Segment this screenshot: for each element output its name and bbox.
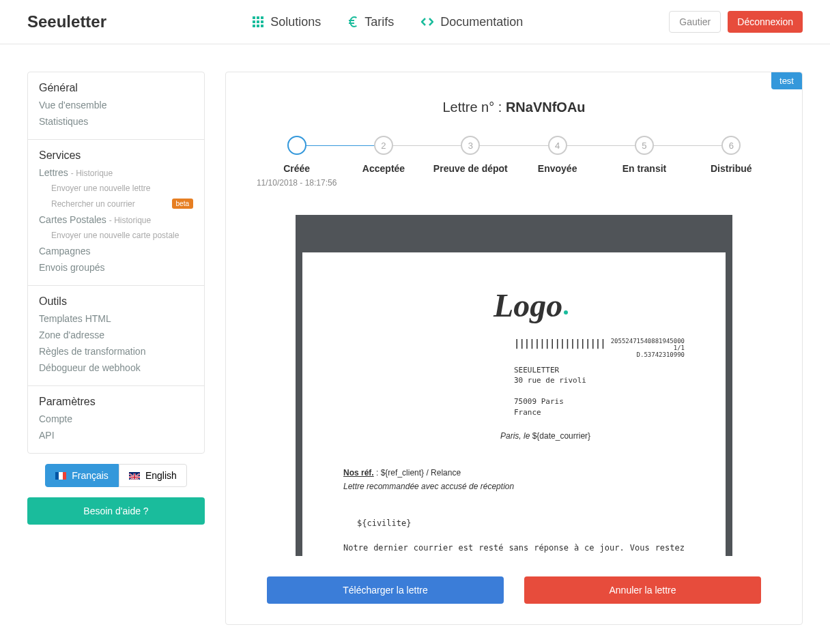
nav-documentation[interactable]: Documentation <box>421 15 523 29</box>
sidebar-link-send-postcard-label: Envoyer une nouvelle carte postale <box>51 231 179 240</box>
progress-steps: Créée11/10/2018 - 18:17:562Acceptée3Preu… <box>226 136 802 188</box>
step-circle: 2 <box>374 136 393 155</box>
step-1: Créée11/10/2018 - 18:17:56 <box>253 136 340 188</box>
step-label: Créée <box>283 163 310 174</box>
doc-ref-label: Nos réf. <box>343 468 374 478</box>
nav-center: Solutions Tarifs Documentation <box>253 15 523 29</box>
doc-date-var: ${date_courrier} <box>532 431 590 441</box>
sidebar-link-api[interactable]: API <box>39 427 193 443</box>
sidebar-link-account[interactable]: Compte <box>39 411 193 427</box>
doc-address: SEEULETTER 30 rue de rivoli 75009 Paris … <box>514 365 685 418</box>
download-button[interactable]: Télécharger la lettre <box>267 576 504 604</box>
svg-rect-1 <box>257 16 259 19</box>
step-circle: 5 <box>635 136 654 155</box>
sidebar-title-general: Général <box>39 82 193 94</box>
language-toggle: Français English <box>27 464 205 487</box>
action-buttons: Télécharger la lettre Annuler la lettre <box>226 556 802 604</box>
doc-meta-2: D.53742310990 <box>605 351 685 358</box>
sidebar-link-stats[interactable]: Statistiques <box>39 113 193 130</box>
sidebar-link-webhook-debug[interactable]: Débogueur de webhook <box>39 360 193 376</box>
step-4: 4Envoyée <box>514 136 601 188</box>
svg-rect-4 <box>257 20 259 23</box>
logout-button[interactable]: Déconnexion <box>728 11 803 33</box>
nav-tarifs[interactable]: Tarifs <box>348 15 394 29</box>
sidebar-link-search-mail[interactable]: Rechercher un courrier beta <box>39 196 193 211</box>
user-button[interactable]: Gautier <box>669 11 721 33</box>
doc-meta-1: 20552471540881945000 1/1 <box>605 338 685 351</box>
nav-solutions[interactable]: Solutions <box>253 15 321 29</box>
step-label: Preuve de dépot <box>433 163 508 174</box>
grid-icon <box>253 16 263 27</box>
svg-rect-8 <box>261 25 263 27</box>
sidebar-section-tools: Outils Templates HTML Zone d'adresse Règ… <box>28 286 204 386</box>
lang-fr-label: Français <box>72 470 109 481</box>
doc-addr-name: SEEULETTER <box>514 365 685 375</box>
sidebar-link-send-postcard[interactable]: Envoyer une nouvelle carte postale <box>39 228 193 243</box>
doc-civility: ${civilite} <box>357 518 685 528</box>
doc-logo: Logo <box>493 287 685 324</box>
doc-addr-country: France <box>514 407 685 418</box>
doc-body-1: Notre dernier courrier est resté sans ré… <box>343 543 685 556</box>
sidebar-link-transform-rules[interactable]: Règles de transformation <box>39 343 193 360</box>
svg-rect-7 <box>257 25 259 27</box>
sidebar-link-postcards[interactable]: Cartes Postales <box>39 214 106 225</box>
step-label: En transit <box>622 163 667 174</box>
svg-rect-3 <box>253 20 255 23</box>
svg-rect-6 <box>253 25 255 27</box>
nav-solutions-label: Solutions <box>270 15 321 29</box>
doc-barcode: |||||||||||||||||| <box>514 338 605 358</box>
lang-en-label: English <box>145 470 177 481</box>
svg-rect-0 <box>253 16 255 19</box>
step-line <box>470 145 557 146</box>
sidebar-section-settings: Paramètres Compte API <box>28 386 204 453</box>
step-line <box>297 145 384 146</box>
sidebar-link-campaigns[interactable]: Campagnes <box>39 243 193 259</box>
beta-badge: beta <box>172 199 193 209</box>
doc-addr-street: 30 rue de rivoli <box>514 375 685 385</box>
brand-logo[interactable]: Seeuletter <box>27 12 106 31</box>
step-5: 5En transit <box>601 136 687 188</box>
lang-en-button[interactable]: English <box>119 464 187 487</box>
document-page: Logo |||||||||||||||||| 2055247154088194… <box>302 252 726 556</box>
sidebar-link-templates[interactable]: Templates HTML <box>39 310 193 327</box>
document-preview[interactable]: Logo |||||||||||||||||| 2055247154088194… <box>296 215 732 556</box>
sidebar-section-services: Services Lettres - Historique Envoyer un… <box>28 140 204 286</box>
step-label: Envoyée <box>538 163 577 174</box>
sidebar-link-bulk[interactable]: Envois groupés <box>39 259 193 276</box>
doc-date-prefix: Paris, le <box>500 431 532 441</box>
sidebar-title-services: Services <box>39 149 193 162</box>
sidebar-link-address-zone[interactable]: Zone d'adresse <box>39 327 193 343</box>
main-panel: test Lettre n° : RNaVNfOAu Créée11/10/20… <box>225 72 803 625</box>
sidebar-link-postcards-history[interactable]: - Historique <box>109 216 151 225</box>
sidebar-title-tools: Outils <box>39 295 193 308</box>
step-circle: 3 <box>461 136 480 155</box>
doc-meta: 20552471540881945000 1/1 D.53742310990 <box>605 338 685 358</box>
sidebar-link-send-letter-label: Envoyer une nouvelle lettre <box>51 184 150 193</box>
letter-id: RNaVNfOAu <box>506 100 586 115</box>
step-label: Distribué <box>711 163 752 174</box>
sidebar-link-send-letter[interactable]: Envoyer une nouvelle lettre <box>39 181 193 196</box>
doc-date: Paris, le ${date_courrier} <box>500 431 685 441</box>
flag-en-icon <box>129 472 140 480</box>
help-button[interactable]: Besoin d'aide ? <box>27 497 205 525</box>
nav-documentation-label: Documentation <box>440 15 523 29</box>
step-label: Acceptée <box>362 163 405 174</box>
sidebar: Général Vue d'ensemble Statistiques Serv… <box>27 72 205 525</box>
step-circle: 4 <box>548 136 567 155</box>
sidebar-link-search-mail-label: Rechercher un courrier <box>51 199 135 209</box>
step-date: 11/10/2018 - 18:17:56 <box>257 178 337 188</box>
step-2: 2Acceptée <box>340 136 427 188</box>
sidebar-link-lettres-history[interactable]: - Historique <box>71 169 113 178</box>
step-line <box>558 145 644 146</box>
svg-rect-2 <box>261 16 263 19</box>
lang-fr-button[interactable]: Français <box>45 464 119 487</box>
svg-rect-5 <box>261 20 263 23</box>
sidebar-section-general: Général Vue d'ensemble Statistiques <box>28 72 204 140</box>
test-badge: test <box>771 72 802 89</box>
cancel-letter-button[interactable]: Annuler la lettre <box>524 576 761 604</box>
sidebar-link-overview[interactable]: Vue d'ensemble <box>39 97 193 113</box>
sidebar-title-settings: Paramètres <box>39 396 193 408</box>
sidebar-link-lettres[interactable]: Lettres <box>39 167 68 178</box>
doc-ref-rest: : ${ref_client} / Relance <box>374 468 461 478</box>
step-6: 6Distribué <box>688 136 775 188</box>
